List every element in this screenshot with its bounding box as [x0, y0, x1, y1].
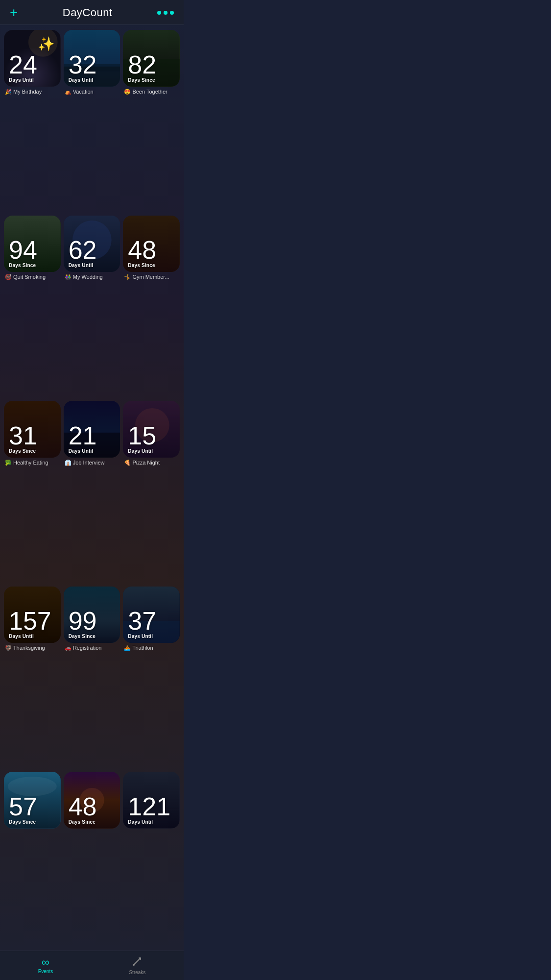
cards-grid: ✨24Days Until🎉 My Birthday32Days Until⛺ … [0, 25, 184, 951]
card-wedding[interactable]: 62Days Until [64, 216, 120, 272]
card-type-registration: Days Since [69, 634, 116, 639]
card-number-sky: 57 [9, 794, 56, 819]
card-sunset[interactable]: 48Days Since [64, 772, 120, 829]
card-title-wedding: 👫 My Wedding [64, 274, 103, 280]
card-type-wedding: Days Until [69, 263, 116, 268]
card-wrapper-triathlon: 37Days Until🚣 Triathlon [123, 587, 180, 769]
card-number-gym: 48 [128, 237, 175, 263]
card-number-vacation: 32 [69, 52, 116, 77]
card-type-pizza: Days Until [128, 448, 175, 454]
card-wrapper-vacation: 32Days Until⛺ Vacation [64, 30, 120, 213]
card-title-thanksgiving: 🦃 Thanksgiving [4, 645, 45, 651]
card-number-birthday: 24 [9, 52, 56, 77]
card-number-smoking: 94 [9, 237, 56, 263]
card-wrapper-registration: 99Days Since🚗 Registration [64, 587, 120, 769]
card-type-smoking: Days Since [9, 263, 56, 268]
card-wrapper-eating: 31Days Since🥦 Healthy Eating [4, 401, 61, 584]
card-title-together: 😍 Been Together [123, 89, 167, 95]
card-number-sunset: 48 [69, 794, 116, 819]
dot-1 [157, 11, 161, 15]
card-title-eating: 🥦 Healthy Eating [4, 460, 48, 466]
bottom-navigation: ∞ Events Streaks [0, 951, 184, 951]
card-pizza[interactable]: 15Days Until [123, 401, 180, 458]
card-type-sunset: Days Since [69, 819, 116, 825]
card-number-thanksgiving: 157 [9, 608, 56, 634]
card-wrapper-pizza: 15Days Until🍕 Pizza Night [123, 401, 180, 584]
more-button[interactable] [157, 11, 174, 15]
card-wrapper-smoking: 94Days Since🚭 Quit Smoking [4, 216, 61, 398]
card-wrapper-wedding: 62Days Until👫 My Wedding [64, 216, 120, 398]
app-header: + DayCount [0, 0, 184, 25]
card-wrapper-together: 82Days Since😍 Been Together [123, 30, 180, 213]
card-title-smoking: 🚭 Quit Smoking [4, 274, 46, 280]
card-number-dark: 121 [128, 794, 175, 819]
dot-3 [170, 11, 174, 15]
add-button[interactable]: + [10, 6, 18, 20]
card-type-together: Days Since [128, 77, 175, 83]
card-thanksgiving[interactable]: 157Days Until [4, 587, 61, 643]
card-title-gym: 🤸 Gym Member... [123, 274, 169, 280]
card-birthday[interactable]: ✨24Days Until [4, 30, 61, 87]
card-number-interview: 21 [69, 423, 116, 448]
sparkle-decoration: ✨ [38, 36, 55, 52]
card-sky[interactable]: 57Days Since [4, 772, 61, 829]
card-title-birthday: 🎉 My Birthday [4, 89, 42, 95]
card-eating[interactable]: 31Days Since [4, 401, 61, 458]
card-type-dark: Days Until [128, 819, 175, 825]
card-wrapper-birthday: ✨24Days Until🎉 My Birthday [4, 30, 61, 213]
card-type-eating: Days Since [9, 448, 56, 454]
card-triathlon[interactable]: 37Days Until [123, 587, 180, 643]
card-title-pizza: 🍕 Pizza Night [123, 460, 160, 466]
card-interview[interactable]: 21Days Until [64, 401, 120, 458]
card-type-interview: Days Until [69, 448, 116, 454]
card-wrapper-interview: 21Days Until👔 Job Interview [64, 401, 120, 584]
card-dark[interactable]: 121Days Until [123, 772, 180, 829]
card-type-sky: Days Since [9, 819, 56, 825]
card-vacation[interactable]: 32Days Until [64, 30, 120, 87]
card-number-registration: 99 [69, 608, 116, 634]
card-wrapper-dark: 121Days Until [123, 772, 180, 946]
card-type-triathlon: Days Until [128, 634, 175, 639]
card-number-together: 82 [128, 52, 175, 77]
card-wrapper-thanksgiving: 157Days Until🦃 Thanksgiving [4, 587, 61, 769]
dot-2 [164, 11, 168, 15]
card-title-interview: 👔 Job Interview [64, 460, 105, 466]
app-title: DayCount [63, 6, 113, 19]
card-registration[interactable]: 99Days Since [64, 587, 120, 643]
card-type-gym: Days Since [128, 263, 175, 268]
card-type-birthday: Days Until [9, 77, 56, 83]
card-title-triathlon: 🚣 Triathlon [123, 645, 153, 651]
card-wrapper-sunset: 48Days Since [64, 772, 120, 946]
card-title-registration: 🚗 Registration [64, 645, 102, 651]
card-wrapper-sky: 57Days Since [4, 772, 61, 946]
card-smoking[interactable]: 94Days Since [4, 216, 61, 272]
card-title-vacation: ⛺ Vacation [64, 89, 94, 95]
card-wrapper-gym: 48Days Since🤸 Gym Member... [123, 216, 180, 398]
card-together[interactable]: 82Days Since [123, 30, 180, 87]
card-number-pizza: 15 [128, 423, 175, 448]
card-gym[interactable]: 48Days Since [123, 216, 180, 272]
card-number-triathlon: 37 [128, 608, 175, 634]
card-type-vacation: Days Until [69, 77, 116, 83]
card-number-eating: 31 [9, 423, 56, 448]
card-number-wedding: 62 [69, 237, 116, 263]
card-type-thanksgiving: Days Until [9, 634, 56, 639]
